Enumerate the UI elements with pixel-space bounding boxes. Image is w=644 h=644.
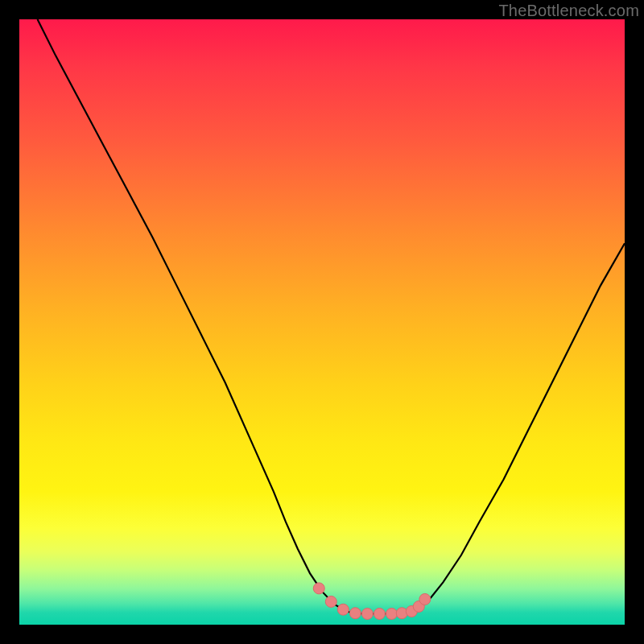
curve-marker (419, 593, 431, 605)
curve-marker (313, 583, 324, 594)
outer-frame: TheBottleneck.com (0, 0, 644, 644)
plot-area (19, 19, 625, 625)
bottleneck-curve (38, 19, 625, 613)
curve-marker (337, 604, 349, 615)
watermark-text: TheBottleneck.com (498, 2, 639, 20)
curve-marker (325, 596, 336, 607)
curve-layer (19, 19, 625, 625)
curve-marker (386, 608, 397, 619)
curve-marker (349, 608, 361, 619)
curve-marker (374, 608, 385, 619)
curve-marker (361, 608, 373, 619)
